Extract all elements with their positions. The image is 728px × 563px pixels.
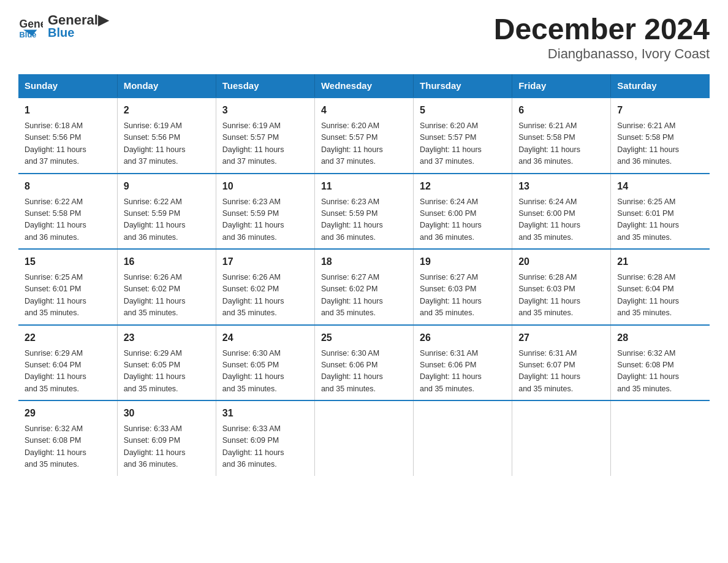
calendar-day: 23Sunrise: 6:29 AM Sunset: 6:05 PM Dayli… [117, 325, 216, 401]
day-number: 12 [420, 179, 506, 194]
day-info: Sunrise: 6:19 AM Sunset: 5:57 PM Dayligh… [222, 120, 308, 168]
header-friday: Friday [512, 74, 611, 98]
day-number: 20 [518, 255, 604, 269]
day-number: 8 [25, 179, 111, 194]
calendar-day: 5Sunrise: 6:20 AM Sunset: 5:57 PM Daylig… [414, 98, 512, 174]
day-number: 22 [25, 331, 111, 345]
calendar-week-2: 8Sunrise: 6:22 AM Sunset: 5:58 PM Daylig… [18, 174, 710, 250]
calendar-table: Sunday Monday Tuesday Wednesday Thursday… [18, 74, 710, 476]
day-info: Sunrise: 6:22 AM Sunset: 5:58 PM Dayligh… [25, 196, 111, 244]
day-info: Sunrise: 6:31 AM Sunset: 6:07 PM Dayligh… [518, 348, 604, 396]
calendar-day: 6Sunrise: 6:21 AM Sunset: 5:58 PM Daylig… [512, 98, 611, 174]
header-tuesday: Tuesday [216, 74, 314, 98]
day-info: Sunrise: 6:32 AM Sunset: 6:08 PM Dayligh… [25, 423, 111, 471]
calendar-day: 18Sunrise: 6:27 AM Sunset: 6:02 PM Dayli… [314, 249, 413, 325]
day-headers-row: Sunday Monday Tuesday Wednesday Thursday… [18, 74, 710, 98]
day-info: Sunrise: 6:30 AM Sunset: 6:06 PM Dayligh… [321, 348, 407, 396]
calendar-day: 11Sunrise: 6:23 AM Sunset: 5:59 PM Dayli… [314, 174, 413, 250]
day-number: 5 [420, 103, 506, 118]
calendar-subtitle: Diangbanasso, Ivory Coast [494, 46, 710, 62]
day-number: 3 [222, 103, 308, 118]
logo: General Blue General▶ Blue [18, 12, 108, 40]
calendar-title: December 2024 [494, 12, 710, 46]
day-info: Sunrise: 6:21 AM Sunset: 5:58 PM Dayligh… [617, 120, 703, 168]
calendar-day: 21Sunrise: 6:28 AM Sunset: 6:04 PM Dayli… [611, 249, 710, 325]
calendar-day: 3Sunrise: 6:19 AM Sunset: 5:57 PM Daylig… [216, 98, 314, 174]
logo-icon: General Blue [18, 14, 43, 39]
page-header: General Blue General▶ Blue December 2024… [18, 12, 710, 62]
day-info: Sunrise: 6:26 AM Sunset: 6:02 PM Dayligh… [124, 272, 210, 320]
day-number: 7 [617, 103, 703, 118]
day-number: 18 [321, 255, 407, 269]
calendar-body: 1Sunrise: 6:18 AM Sunset: 5:56 PM Daylig… [18, 98, 710, 476]
day-info: Sunrise: 6:33 AM Sunset: 6:09 PM Dayligh… [222, 423, 308, 471]
header-wednesday: Wednesday [314, 74, 413, 98]
calendar-week-1: 1Sunrise: 6:18 AM Sunset: 5:56 PM Daylig… [18, 98, 710, 174]
header-sunday: Sunday [18, 74, 117, 98]
calendar-day [414, 400, 512, 476]
header-thursday: Thursday [414, 74, 512, 98]
day-number: 13 [518, 179, 604, 194]
calendar-day: 19Sunrise: 6:27 AM Sunset: 6:03 PM Dayli… [414, 249, 512, 325]
calendar-day: 10Sunrise: 6:23 AM Sunset: 5:59 PM Dayli… [216, 174, 314, 250]
day-number: 17 [222, 255, 308, 269]
day-number: 16 [124, 255, 210, 269]
day-number: 26 [420, 331, 506, 345]
calendar-header: Sunday Monday Tuesday Wednesday Thursday… [18, 74, 710, 98]
day-info: Sunrise: 6:21 AM Sunset: 5:58 PM Dayligh… [518, 120, 604, 168]
day-info: Sunrise: 6:29 AM Sunset: 6:05 PM Dayligh… [124, 348, 210, 396]
header-monday: Monday [117, 74, 216, 98]
day-number: 2 [124, 103, 210, 118]
day-info: Sunrise: 6:24 AM Sunset: 6:00 PM Dayligh… [420, 196, 506, 244]
day-number: 4 [321, 103, 407, 118]
day-info: Sunrise: 6:27 AM Sunset: 6:02 PM Dayligh… [321, 272, 407, 320]
day-info: Sunrise: 6:27 AM Sunset: 6:03 PM Dayligh… [420, 272, 506, 320]
calendar-day: 12Sunrise: 6:24 AM Sunset: 6:00 PM Dayli… [414, 174, 512, 250]
calendar-day [611, 400, 710, 476]
day-number: 25 [321, 331, 407, 345]
day-number: 6 [518, 103, 604, 118]
calendar-day: 30Sunrise: 6:33 AM Sunset: 6:09 PM Dayli… [117, 400, 216, 476]
calendar-day: 16Sunrise: 6:26 AM Sunset: 6:02 PM Dayli… [117, 249, 216, 325]
calendar-week-3: 15Sunrise: 6:25 AM Sunset: 6:01 PM Dayli… [18, 249, 710, 325]
calendar-week-5: 29Sunrise: 6:32 AM Sunset: 6:08 PM Dayli… [18, 400, 710, 476]
day-number: 1 [25, 103, 111, 118]
day-number: 14 [617, 179, 703, 194]
calendar-day: 29Sunrise: 6:32 AM Sunset: 6:08 PM Dayli… [18, 400, 117, 476]
day-number: 31 [222, 406, 308, 421]
day-number: 21 [617, 255, 703, 269]
day-number: 28 [617, 331, 703, 345]
day-info: Sunrise: 6:29 AM Sunset: 6:04 PM Dayligh… [25, 348, 111, 396]
calendar-day [512, 400, 611, 476]
calendar-day: 4Sunrise: 6:20 AM Sunset: 5:57 PM Daylig… [314, 98, 413, 174]
day-info: Sunrise: 6:20 AM Sunset: 5:57 PM Dayligh… [420, 120, 506, 168]
calendar-day: 24Sunrise: 6:30 AM Sunset: 6:05 PM Dayli… [216, 325, 314, 401]
day-info: Sunrise: 6:26 AM Sunset: 6:02 PM Dayligh… [222, 272, 308, 320]
day-info: Sunrise: 6:33 AM Sunset: 6:09 PM Dayligh… [124, 423, 210, 471]
calendar-day: 14Sunrise: 6:25 AM Sunset: 6:01 PM Dayli… [611, 174, 710, 250]
day-number: 19 [420, 255, 506, 269]
day-number: 30 [124, 406, 210, 421]
day-info: Sunrise: 6:31 AM Sunset: 6:06 PM Dayligh… [420, 348, 506, 396]
day-info: Sunrise: 6:28 AM Sunset: 6:04 PM Dayligh… [617, 272, 703, 320]
day-info: Sunrise: 6:23 AM Sunset: 5:59 PM Dayligh… [321, 196, 407, 244]
calendar-day: 17Sunrise: 6:26 AM Sunset: 6:02 PM Dayli… [216, 249, 314, 325]
title-block: December 2024 Diangbanasso, Ivory Coast [494, 12, 710, 62]
calendar-day: 7Sunrise: 6:21 AM Sunset: 5:58 PM Daylig… [611, 98, 710, 174]
day-number: 9 [124, 179, 210, 194]
day-number: 23 [124, 331, 210, 345]
calendar-day: 20Sunrise: 6:28 AM Sunset: 6:03 PM Dayli… [512, 249, 611, 325]
svg-text:General: General [20, 18, 43, 30]
calendar-day: 31Sunrise: 6:33 AM Sunset: 6:09 PM Dayli… [216, 400, 314, 476]
day-info: Sunrise: 6:25 AM Sunset: 6:01 PM Dayligh… [25, 272, 111, 320]
day-info: Sunrise: 6:24 AM Sunset: 6:00 PM Dayligh… [518, 196, 604, 244]
calendar-week-4: 22Sunrise: 6:29 AM Sunset: 6:04 PM Dayli… [18, 325, 710, 401]
day-number: 10 [222, 179, 308, 194]
header-saturday: Saturday [611, 74, 710, 98]
day-info: Sunrise: 6:20 AM Sunset: 5:57 PM Dayligh… [321, 120, 407, 168]
calendar-day: 15Sunrise: 6:25 AM Sunset: 6:01 PM Dayli… [18, 249, 117, 325]
calendar-day: 8Sunrise: 6:22 AM Sunset: 5:58 PM Daylig… [18, 174, 117, 250]
calendar-day: 25Sunrise: 6:30 AM Sunset: 6:06 PM Dayli… [314, 325, 413, 401]
day-number: 11 [321, 179, 407, 194]
day-info: Sunrise: 6:22 AM Sunset: 5:59 PM Dayligh… [124, 196, 210, 244]
